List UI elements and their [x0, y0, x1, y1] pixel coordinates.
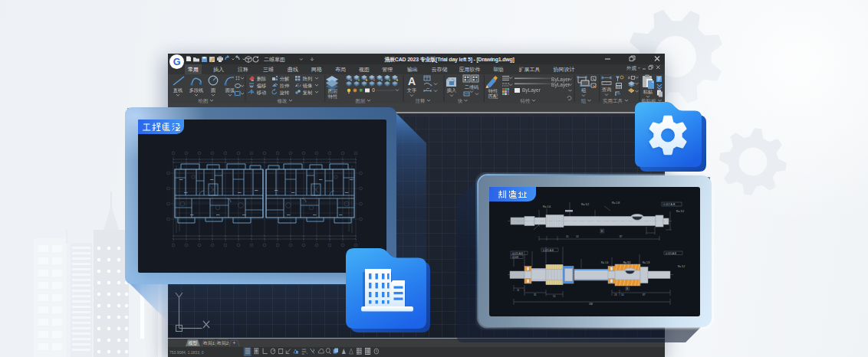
svg-text:B: B: [601, 230, 603, 233]
svg-text:87: 87: [643, 293, 646, 296]
svg-text:0.012 A-B: 0.012 A-B: [663, 203, 676, 206]
svg-text:15: 15: [566, 235, 569, 238]
svg-text:0.015 A-B: 0.015 A-B: [666, 252, 676, 255]
svg-text:Ra 1.6: Ra 1.6: [543, 205, 551, 208]
svg-text:Ra 3.2: Ra 3.2: [676, 210, 684, 213]
svg-text:14: 14: [621, 293, 624, 296]
svg-text:0.015 A-B: 0.015 A-B: [512, 252, 523, 255]
svg-text:14: 14: [576, 235, 579, 238]
svg-text:Ra 3.2: Ra 3.2: [581, 203, 589, 206]
svg-text:外观: 外观: [626, 65, 637, 71]
svg-text:G: G: [173, 57, 181, 67]
svg-text:11: 11: [517, 289, 519, 292]
svg-text:Ra 1.6: Ra 1.6: [601, 261, 609, 264]
svg-text:0.008: 0.008: [512, 256, 518, 259]
svg-text:13: 13: [614, 293, 617, 296]
svg-text:15: 15: [553, 295, 556, 298]
svg-text:0.015 A-B: 0.015 A-B: [543, 249, 554, 252]
svg-text:Ra 1.8: Ra 1.8: [612, 201, 620, 205]
svg-text:B: B: [626, 287, 628, 290]
svg-text:268: 268: [589, 303, 593, 306]
svg-text:Ra 1.8: Ra 1.8: [643, 261, 650, 264]
svg-text:Ra 3.2: Ra 3.2: [623, 261, 631, 264]
svg-text:87: 87: [620, 235, 623, 238]
svg-text:31: 31: [534, 293, 537, 296]
svg-text:二维草图: 二维草图: [264, 57, 285, 63]
svg-text:Ra 3.2: Ra 3.2: [678, 265, 686, 268]
